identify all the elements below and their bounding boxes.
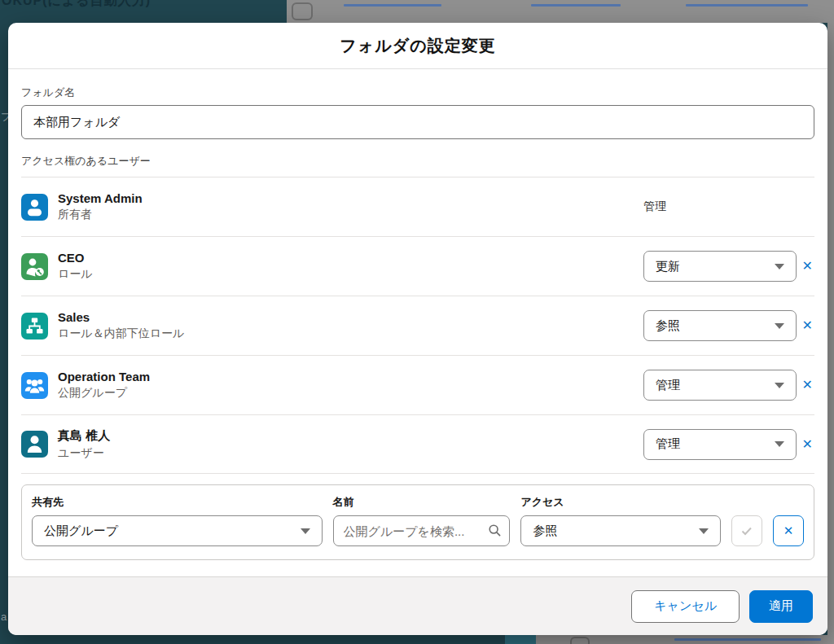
access-entry-row: System Admin 所有者 管理	[21, 177, 814, 236]
backdrop-link-fragment	[344, 4, 441, 7]
access-entry-list: System Admin 所有者 管理 CEO ロール 更新	[21, 177, 814, 474]
modal-footer: キャンセル 適用	[8, 576, 827, 635]
remove-entry-button[interactable]: ✕	[801, 438, 814, 451]
chevron-down-icon	[775, 264, 784, 269]
chevron-down-icon	[775, 323, 784, 329]
backdrop-teal-accent	[505, 635, 536, 644]
access-level-value: 更新	[656, 259, 680, 274]
chevron-down-icon	[699, 528, 709, 534]
new-access-select[interactable]: 参照	[520, 515, 721, 546]
modal-title: フォルダの設定変更	[340, 35, 495, 57]
cancel-button[interactable]: キャンセル	[631, 590, 740, 623]
backdrop-dimmed-top	[287, 0, 834, 23]
modal-header: フォルダの設定変更	[8, 23, 827, 69]
access-entry-row: CEO ロール 更新 ✕	[21, 236, 814, 296]
remove-entry-button[interactable]: ✕	[801, 260, 814, 273]
access-level-select[interactable]: 管理	[643, 429, 797, 460]
access-level-select[interactable]: 参照	[643, 310, 797, 341]
access-level-value: 参照	[656, 318, 680, 334]
chevron-down-icon	[775, 383, 784, 388]
check-icon	[740, 524, 753, 537]
apply-button[interactable]: 適用	[749, 590, 813, 623]
backdrop-dimmed-bottom	[536, 635, 834, 644]
entry-type: ユーザー	[58, 446, 110, 461]
entry-type: 所有者	[58, 208, 143, 222]
access-level-static: 管理	[643, 199, 666, 214]
remove-entry-button[interactable]: ✕	[801, 319, 814, 332]
modal-body: フォルダ名 アクセス権のあるユーザー System Admin 所有者 管理	[8, 69, 827, 576]
share-to-value: 公開グループ	[44, 524, 118, 539]
folder-name-label: フォルダ名	[21, 85, 814, 100]
groups-icon	[21, 372, 48, 399]
role-icon	[21, 253, 48, 280]
entry-name: 真島 椎人	[58, 428, 110, 444]
remove-entry-button[interactable]: ✕	[801, 379, 814, 392]
confirm-add-button[interactable]	[731, 515, 762, 546]
entry-name: CEO	[58, 251, 93, 265]
new-access-value: 参照	[533, 524, 557, 539]
user-avatar-icon	[21, 194, 48, 221]
chevron-down-icon	[301, 528, 310, 534]
folder-name-input[interactable]	[21, 105, 814, 139]
add-share-form: 共有先 公開グループ 名前 アクセス 参照	[21, 484, 814, 560]
access-entry-row: 真島 椎人 ユーザー 管理 ✕	[21, 414, 814, 474]
access-level-select[interactable]: 管理	[643, 370, 797, 401]
backdrop-link-fragment	[686, 4, 808, 7]
access-entry-row: Sales ロール＆内部下位ロール 参照 ✕	[21, 296, 814, 355]
entry-name: Sales	[58, 310, 184, 324]
entry-name: Operation Team	[58, 370, 150, 383]
group-search-input[interactable]	[333, 515, 511, 546]
access-label: アクセス	[520, 495, 721, 510]
chevron-down-icon	[775, 441, 784, 447]
entry-type: ロール	[58, 267, 93, 282]
hierarchy-icon	[21, 313, 48, 340]
backdrop-link-fragment	[531, 4, 621, 7]
folder-settings-modal: フォルダの設定変更 フォルダ名 アクセス権のあるユーザー System Admi…	[8, 23, 827, 635]
access-level-value: 管理	[656, 378, 680, 393]
entry-name: System Admin	[58, 191, 143, 205]
access-level-value: 管理	[656, 436, 680, 452]
backdrop-checkbox-icon	[570, 637, 590, 644]
share-to-label: 共有先	[32, 495, 323, 510]
share-to-select[interactable]: 公開グループ	[32, 515, 323, 546]
entry-type: 公開グループ	[58, 386, 150, 401]
entry-type: ロール＆内部下位ロール	[58, 326, 184, 341]
name-label: 名前	[333, 495, 511, 510]
backdrop-link-fragment	[674, 638, 821, 641]
access-level-select[interactable]: 更新	[643, 251, 797, 282]
cancel-add-button[interactable]: ✕	[773, 515, 804, 546]
user-icon	[21, 431, 48, 458]
backdrop-clipped-text: OKUP(による自動入力)	[2, 0, 151, 10]
access-users-label: アクセス権のあるユーザー	[21, 154, 814, 169]
backdrop-left-glyph: a	[1, 611, 7, 623]
search-icon	[488, 524, 502, 537]
backdrop-checkbox-icon	[292, 2, 313, 20]
access-entry-row: Operation Team 公開グループ 管理 ✕	[21, 355, 814, 414]
backdrop-page-fragment: OKUP(による自動入力)	[0, 0, 287, 23]
backdrop-dimmed-right	[827, 0, 834, 644]
